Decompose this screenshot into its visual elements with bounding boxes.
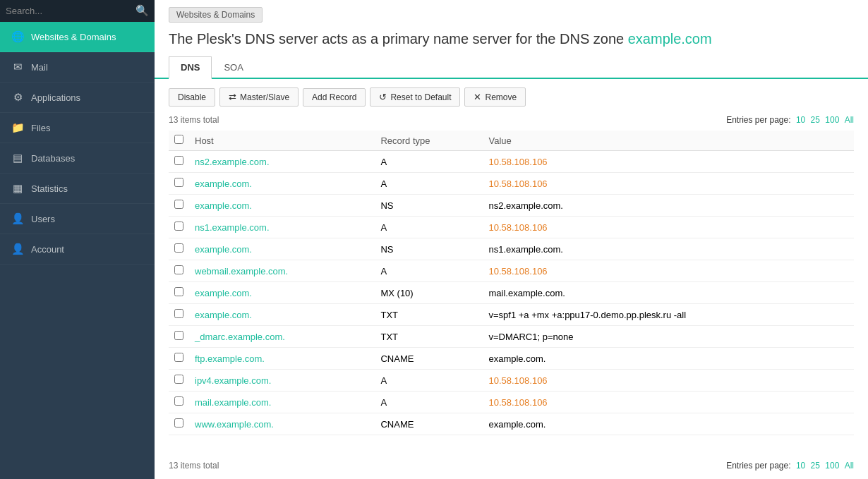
cell-host-11: mail.example.com. bbox=[189, 392, 375, 413]
cell-value-5: 10.58.108.106 bbox=[483, 260, 854, 282]
sidebar-item-databases[interactable]: ▤Databases bbox=[0, 143, 155, 174]
link-host-6[interactable]: example.com. bbox=[195, 288, 252, 298]
cell-value-8: v=DMARC1; p=none bbox=[483, 326, 854, 348]
tabs-bar: DNSSOA bbox=[155, 56, 868, 79]
link-host-4[interactable]: example.com. bbox=[195, 244, 252, 255]
row-checkbox-4[interactable] bbox=[174, 243, 183, 253]
sidebar-item-mail[interactable]: ✉Mail bbox=[0, 52, 155, 83]
sidebar-item-websites-domains[interactable]: 🌐Websites & Domains bbox=[0, 22, 155, 52]
tab-dns[interactable]: DNS bbox=[169, 56, 212, 79]
row-checkbox-7[interactable] bbox=[174, 309, 183, 318]
master-slave-button[interactable]: ⇄Master/Slave bbox=[219, 87, 299, 107]
row-checkbox-0[interactable] bbox=[174, 156, 183, 165]
cell-type-11: A bbox=[375, 392, 483, 413]
pager-all[interactable]: All bbox=[845, 115, 854, 125]
reset-to-default-btn-icon: ↺ bbox=[379, 92, 387, 102]
records-area: 13 items total Entries per page: 10 25 1… bbox=[155, 115, 868, 455]
dns-table: Host Record type Value ns2.example.com.A… bbox=[169, 131, 854, 435]
row-checkbox-3[interactable] bbox=[174, 222, 183, 231]
sidebar-label-account: Account bbox=[31, 244, 64, 255]
sidebar-item-users[interactable]: 👤Users bbox=[0, 204, 155, 234]
breadcrumb[interactable]: Websites & Domains bbox=[169, 7, 263, 23]
link-host-7[interactable]: example.com. bbox=[195, 310, 252, 320]
cell-type-10: A bbox=[375, 370, 483, 392]
sidebar-label-statistics: Statistics bbox=[31, 183, 68, 194]
cell-type-1: A bbox=[375, 173, 483, 195]
breadcrumb-bar: Websites & Domains bbox=[155, 0, 868, 23]
sidebar-item-applications[interactable]: ⚙Applications bbox=[0, 83, 155, 113]
add-record-btn-label: Add Record bbox=[312, 92, 356, 102]
pager-25[interactable]: 25 bbox=[811, 115, 820, 125]
search-bar[interactable]: 🔍 bbox=[0, 0, 155, 22]
disable-button[interactable]: Disable bbox=[169, 88, 215, 107]
link-host-12[interactable]: www.example.com. bbox=[195, 419, 274, 430]
table-row: example.com.TXTv=spf1 +a +mx +a:ppu17-0.… bbox=[169, 304, 854, 326]
value-ip-3: 10.58.108.106 bbox=[488, 222, 547, 233]
row-checkbox-12[interactable] bbox=[174, 418, 183, 428]
search-input[interactable] bbox=[6, 6, 135, 16]
sidebar-item-account[interactable]: 👤Account bbox=[0, 234, 155, 265]
pager-bottom: Entries per page: 10 25 100 All bbox=[723, 461, 854, 471]
link-host-0[interactable]: ns2.example.com. bbox=[195, 157, 270, 167]
row-checkbox-5[interactable] bbox=[174, 265, 183, 274]
cell-type-4: NS bbox=[375, 238, 483, 260]
row-checkbox-2[interactable] bbox=[174, 200, 183, 209]
pager-bottom-25[interactable]: 25 bbox=[811, 461, 820, 471]
cell-host-6: example.com. bbox=[189, 282, 375, 304]
link-host-5[interactable]: webmail.example.com. bbox=[195, 266, 288, 277]
pager-bottom-all[interactable]: All bbox=[845, 461, 854, 471]
cell-host-9: ftp.example.com. bbox=[189, 348, 375, 370]
link-host-9[interactable]: ftp.example.com. bbox=[195, 353, 265, 364]
row-checkbox-6[interactable] bbox=[174, 287, 183, 296]
cell-value-12: example.com. bbox=[483, 413, 854, 435]
page-title-text: The Plesk's DNS server acts as a primary… bbox=[169, 31, 624, 47]
row-checkbox-8[interactable] bbox=[174, 331, 183, 340]
master-slave-btn-icon: ⇄ bbox=[229, 92, 236, 102]
pager-bottom-100[interactable]: 100 bbox=[825, 461, 839, 471]
table-row: example.com.NSns1.example.com. bbox=[169, 238, 854, 260]
table-row: ns1.example.com.A10.58.108.106 bbox=[169, 217, 854, 238]
cell-value-2: ns2.example.com. bbox=[483, 195, 854, 217]
row-checkbox-11[interactable] bbox=[174, 396, 183, 406]
remove-button[interactable]: ✕Remove bbox=[464, 87, 526, 107]
link-host-8[interactable]: _dmarc.example.com. bbox=[195, 332, 285, 342]
link-host-10[interactable]: ipv4.example.com. bbox=[195, 375, 271, 386]
account-icon: 👤 bbox=[11, 243, 24, 255]
link-host-2[interactable]: example.com. bbox=[195, 200, 252, 211]
reset-to-default-button[interactable]: ↺Reset to Default bbox=[370, 87, 460, 107]
pager-10[interactable]: 10 bbox=[796, 115, 805, 125]
cell-value-4: ns1.example.com. bbox=[483, 238, 854, 260]
records-meta-top: 13 items total Entries per page: 10 25 1… bbox=[169, 115, 854, 125]
link-host-11[interactable]: mail.example.com. bbox=[195, 397, 271, 408]
tab-soa[interactable]: SOA bbox=[212, 56, 255, 79]
table-row: example.com.A10.58.108.106 bbox=[169, 173, 854, 195]
websites-domains-icon: 🌐 bbox=[11, 30, 24, 43]
row-checkbox-1[interactable] bbox=[174, 178, 183, 187]
bottom-meta: 13 items total Entries per page: 10 25 1… bbox=[155, 455, 868, 479]
sidebar-label-files: Files bbox=[31, 123, 50, 133]
row-checkbox-10[interactable] bbox=[174, 375, 183, 384]
add-record-button[interactable]: Add Record bbox=[303, 88, 366, 107]
search-icon[interactable]: 🔍 bbox=[135, 4, 149, 17]
sidebar-item-files[interactable]: 📁Files bbox=[0, 113, 155, 143]
cell-type-12: CNAME bbox=[375, 413, 483, 435]
page-title-domain[interactable]: example.com bbox=[628, 31, 712, 47]
cell-host-4: example.com. bbox=[189, 238, 375, 260]
link-host-1[interactable]: example.com. bbox=[195, 178, 252, 189]
cell-value-6: mail.example.com. bbox=[483, 282, 854, 304]
table-row: example.com.MX (10)mail.example.com. bbox=[169, 282, 854, 304]
dns-table-body: ns2.example.com.A10.58.108.106example.co… bbox=[169, 151, 854, 435]
pager-bottom-10[interactable]: 10 bbox=[796, 461, 805, 471]
pager-100[interactable]: 100 bbox=[825, 115, 839, 125]
applications-icon: ⚙ bbox=[11, 91, 24, 104]
row-checkbox-9[interactable] bbox=[174, 353, 183, 362]
link-host-3[interactable]: ns1.example.com. bbox=[195, 222, 270, 233]
col-record-type: Record type bbox=[375, 131, 483, 151]
table-row: webmail.example.com.A10.58.108.106 bbox=[169, 260, 854, 282]
col-value: Value bbox=[483, 131, 854, 151]
table-row: ftp.example.com.CNAMEexample.com. bbox=[169, 348, 854, 370]
sidebar-label-applications: Applications bbox=[31, 92, 80, 103]
value-ip-1: 10.58.108.106 bbox=[488, 178, 547, 189]
sidebar-item-statistics[interactable]: ▦Statistics bbox=[0, 174, 155, 204]
select-all-checkbox[interactable] bbox=[174, 135, 183, 144]
